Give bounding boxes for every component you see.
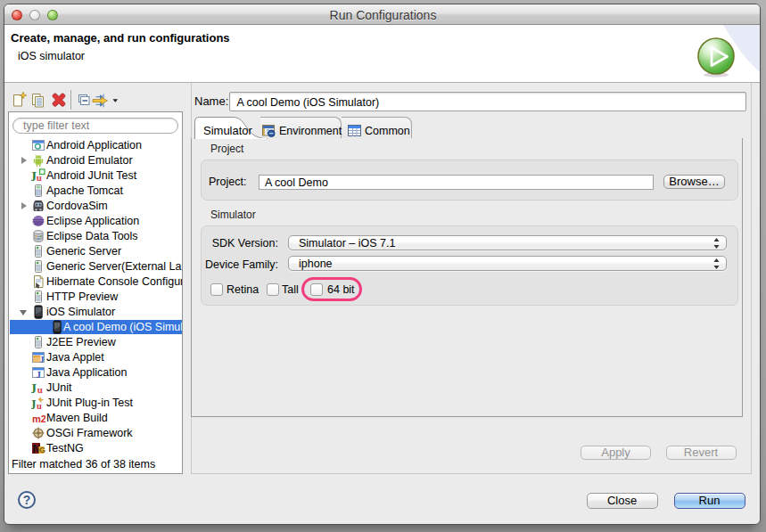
svg-text:u: u — [37, 172, 42, 183]
svg-text:m2: m2 — [32, 413, 45, 423]
svg-text:G: G — [39, 446, 45, 454]
svg-text:J: J — [31, 397, 37, 410]
svg-text:u: u — [37, 383, 43, 394]
svg-text:J: J — [37, 368, 42, 379]
svg-text:u: u — [37, 400, 42, 410]
svg-text:J: J — [40, 354, 45, 364]
svg-text:J: J — [31, 381, 37, 395]
